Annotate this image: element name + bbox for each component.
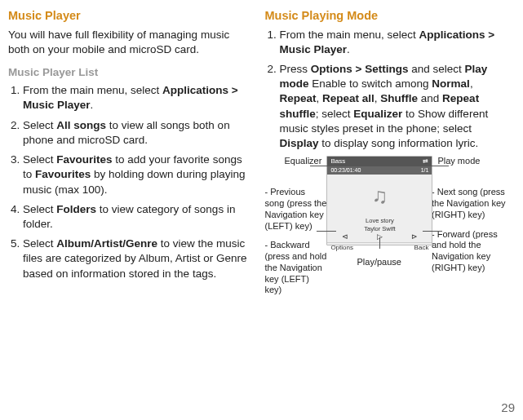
text: and select <box>408 63 464 75</box>
text-bold: Album/Artist/Genre <box>56 237 157 250</box>
text: , <box>470 77 473 90</box>
right-column: Music Playing Mode From the main menu, s… <box>265 8 507 388</box>
text-bold: Folders <box>56 203 96 215</box>
text-bold: All songs <box>56 119 106 131</box>
text: to display song information lyric. <box>319 137 479 149</box>
text: ; select <box>316 108 354 120</box>
callout-right-stack: - Next song (press the Navigation key (R… <box>432 179 507 275</box>
artist-name: Taylor Swift <box>327 225 432 232</box>
list-item: Press Options > Settings and select Play… <box>280 62 507 151</box>
list-item: Select Album/Artist/Genre to view the mu… <box>23 237 250 281</box>
callout-forward: - Forward (press and hold the Navigation… <box>432 228 507 276</box>
next-icon: ⊳ <box>411 232 418 241</box>
list-music-player-list: From the main menu, select Applications … <box>8 83 250 281</box>
intro-text: You will have full flexibility of managi… <box>8 28 250 57</box>
prev-icon: ⊲ <box>342 232 348 241</box>
text: . <box>91 99 94 111</box>
list-item: From the main menu, select Applications … <box>23 83 250 113</box>
callout-backward: - Backward (press and hold the Navigatio… <box>265 238 327 298</box>
shuffle-icon: ⇄ <box>423 157 428 166</box>
text: Select <box>23 153 56 166</box>
list-music-playing-mode: From the main menu, select Applications … <box>265 28 507 152</box>
song-title: Love story <box>327 217 432 224</box>
text: , <box>317 92 323 104</box>
text: . <box>347 43 350 55</box>
text: Select <box>23 237 56 250</box>
left-column: Music Player You will have full flexibil… <box>8 8 250 388</box>
callout-left-stack: - Previous song (press the Navigation ke… <box>265 179 327 298</box>
text: Select <box>23 119 56 131</box>
text: Enable to switch among <box>309 77 432 90</box>
list-item: Select Folders to view category of songs… <box>23 202 250 232</box>
music-note-icon: ♫ <box>372 183 388 210</box>
track-meta: Love story Taylor Swift <box>327 217 432 232</box>
heading-music-player: Music Player <box>8 8 250 24</box>
text-bold: Favourites <box>56 153 112 166</box>
text-bold: Normal <box>432 77 470 90</box>
text-bold: Shuffle <box>380 92 418 104</box>
list-item: From the main menu, select Applications … <box>280 28 507 57</box>
list-item: Select Favourites to add your favorite s… <box>23 153 250 197</box>
text-bold: Favourites <box>35 168 91 180</box>
text-bold: Repeat all <box>322 92 375 104</box>
text-bold: Equalizer <box>353 108 402 120</box>
text: Press <box>280 63 311 75</box>
callout-playpause: Play/pause <box>327 257 432 268</box>
heading-music-player-list: Music Player List <box>8 65 250 80</box>
text-bold: Display <box>280 137 319 149</box>
heading-music-playing-mode: Music Playing Mode <box>265 8 507 24</box>
softkey-left: Options <box>330 244 353 252</box>
page-number: 29 <box>501 400 515 416</box>
time-elapsed-total: 00:23/01:40 <box>330 167 361 175</box>
text-bold: Options > Settings <box>311 63 409 75</box>
callout-previous: - Previous song (press the Navigation ke… <box>265 185 327 233</box>
phone-timebar: 00:23/01:40 1/1 <box>327 166 432 175</box>
text-bold: Repeat <box>280 92 317 104</box>
track-index: 1/1 <box>421 167 429 175</box>
album-art-area: ♫ <box>327 175 432 217</box>
equalizer-preset-label: Bass <box>330 157 345 166</box>
callout-next: - Next song (press the Navigation key (R… <box>432 185 507 222</box>
text: From the main menu, select <box>280 29 419 41</box>
text: Select <box>23 203 56 215</box>
text: and <box>418 92 442 104</box>
text: From the main menu, select <box>23 84 162 96</box>
player-diagram: Equalizer Bass ⇄ 00:23/01:40 1/1 ♫ <box>265 156 507 298</box>
softkey-right: Back <box>414 244 429 252</box>
list-item: Select All songs to view all songs both … <box>23 118 250 148</box>
phone-mock: Bass ⇄ 00:23/01:40 1/1 ♫ Love story Ta <box>326 156 432 245</box>
